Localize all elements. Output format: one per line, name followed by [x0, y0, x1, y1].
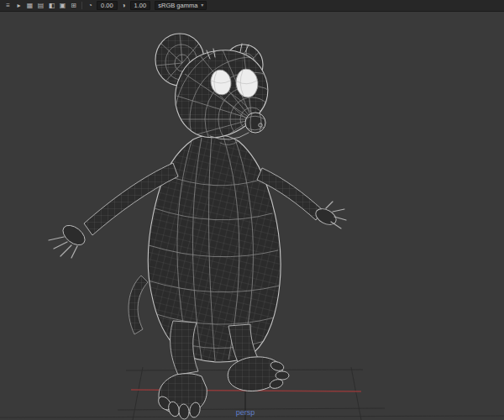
play-icon[interactable]: ▸	[14, 1, 24, 10]
colorspace-dropdown[interactable]: sRGB gamma ▾	[155, 1, 207, 10]
list-view-icon[interactable]: ▤	[36, 1, 45, 10]
3d-viewport-window: persp ≡ ▸ ▦ ▤ ◧ ▣ ⊞ ◔ 0.00 ◑ 1.00 sRGB g…	[0, 0, 504, 420]
toolbar-separator	[81, 2, 82, 9]
split-view-icon[interactable]: ◧	[47, 1, 56, 10]
gamma-icon[interactable]: ◑	[119, 1, 129, 10]
viewport-canvas[interactable]	[0, 0, 504, 420]
grid-view-icon[interactable]: ▦	[25, 1, 34, 10]
active-panel-icon[interactable]: ▣	[58, 1, 67, 10]
viewport-toolbar: ≡ ▸ ▦ ▤ ◧ ▣ ⊞ ◔ 0.00 ◑ 1.00 sRGB gamma ▾	[0, 0, 504, 12]
exposure-icon[interactable]: ◔	[86, 1, 95, 10]
gamma-field[interactable]: 1.00	[130, 1, 151, 10]
colorspace-label: sRGB gamma	[158, 2, 197, 9]
rat-nose[interactable]	[245, 113, 265, 133]
add-panel-icon[interactable]: ⊞	[69, 1, 78, 10]
menu-grip-icon[interactable]: ≡	[3, 1, 13, 10]
exposure-field[interactable]: 0.00	[97, 1, 118, 10]
camera-label[interactable]: persp	[220, 408, 270, 417]
chevron-down-icon: ▾	[201, 2, 203, 9]
